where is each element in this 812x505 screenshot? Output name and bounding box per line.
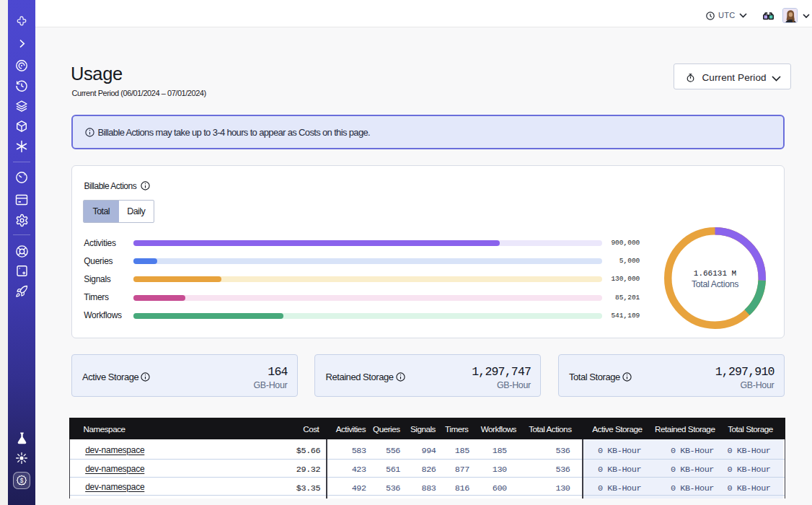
svg-text:Total Actions: Total Actions bbox=[691, 279, 738, 289]
svg-text:$: $ bbox=[20, 478, 24, 484]
svg-text:1.66131 M: 1.66131 M bbox=[693, 269, 736, 278]
